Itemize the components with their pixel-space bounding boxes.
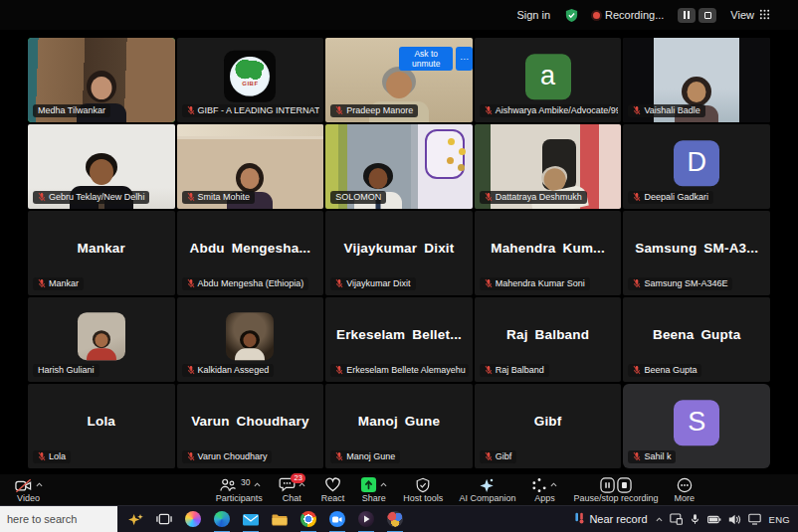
participant-tile[interactable]: Vaishali Badle: [623, 38, 770, 122]
participant-tile[interactable]: MankarMankar: [28, 211, 175, 295]
grid-view-icon: [759, 9, 770, 22]
taskbar-explorer-icon[interactable]: [271, 506, 289, 532]
participant-display-name: Raj Balband: [475, 297, 622, 372]
volume-icon[interactable]: [728, 514, 741, 525]
muted-mic-icon: [485, 451, 493, 461]
toolbar-share-button[interactable]: Share: [352, 474, 395, 505]
muted-mic-icon: [633, 451, 641, 461]
taskbar-media-icon[interactable]: [357, 506, 375, 532]
pause-stop-icon: [600, 477, 632, 493]
taskbar-mail-icon[interactable]: [242, 506, 260, 532]
participant-tile[interactable]: GIBFGIBF - A LEADING INTERNATIONAL B...: [177, 38, 324, 122]
stop-recording-button[interactable]: [698, 8, 716, 23]
taskbar-edge-icon[interactable]: [213, 506, 231, 532]
toolbar-item-label: Host tools: [403, 494, 443, 503]
muted-mic-icon: [335, 451, 343, 461]
language-indicator[interactable]: ENG: [769, 514, 791, 525]
apps-icon: [531, 477, 547, 493]
battery-icon[interactable]: [707, 514, 721, 525]
recording-indicator: Recording...: [593, 9, 664, 21]
participant-tile[interactable]: Raj BalbandRaj Balband: [475, 297, 622, 382]
security-shield-icon[interactable]: [564, 8, 579, 23]
participant-tile[interactable]: Mahendra Kum...Mahendra Kumar Soni: [475, 211, 622, 295]
participant-name-label: Dattatraya Deshmukh: [480, 191, 587, 204]
participant-tile[interactable]: SOLOMON: [325, 124, 473, 209]
muted-mic-icon: [485, 278, 493, 288]
participant-tile[interactable]: aAishwarya Ambike/Advocate/993073...: [475, 38, 622, 122]
toolbar-react-button[interactable]: React: [313, 474, 353, 505]
participant-tile[interactable]: Beena GuptaBeena Gupta: [623, 297, 770, 382]
taskbar-zoom-icon[interactable]: [328, 506, 346, 532]
participant-tile[interactable]: Ask to unmute⋯Pradeep Manore: [325, 38, 473, 122]
participant-tile[interactable]: Samsung SM-A3...Samsung SM-A346E: [623, 211, 770, 295]
participant-tile[interactable]: Varun ChoudharyVarun Choudhary: [177, 384, 324, 468]
participant-tile[interactable]: DDeepali Gadkari: [623, 124, 770, 209]
participant-tile[interactable]: Abdu Mengesha...Abdu Mengesha (Ethiopia): [177, 211, 324, 295]
participant-tile[interactable]: Kalkidan Asseged: [177, 297, 324, 382]
tray-mic-icon[interactable]: [690, 513, 700, 525]
ask-to-unmute-button[interactable]: Ask to unmute: [399, 47, 453, 71]
chevron-up-icon[interactable]: [380, 482, 387, 487]
toolbar-item-label: Pause/stop recording: [573, 494, 658, 503]
cast-icon[interactable]: [670, 513, 683, 525]
participant-tile[interactable]: Smita Mohite: [177, 124, 324, 209]
taskbar-search-input[interactable]: here to search: [0, 506, 117, 532]
muted-mic-icon: [633, 365, 641, 375]
muted-mic-icon: [485, 365, 493, 375]
toolbar-host-tools-button[interactable]: Host tools: [395, 474, 451, 505]
participant-name-label: Gibf: [480, 450, 517, 463]
chevron-up-icon[interactable]: [550, 482, 557, 487]
copilot-icon: [185, 511, 201, 527]
participant-tile[interactable]: GibfGibf: [475, 384, 622, 468]
toolbar-item-label: Share: [362, 494, 386, 503]
record-dot-icon: [593, 12, 600, 19]
taskbar-sparkle-icon[interactable]: [126, 506, 144, 532]
participant-tile[interactable]: Harish Guliani: [28, 297, 175, 382]
participant-display-name: Mankar: [28, 211, 175, 285]
toolbar-apps-button[interactable]: Apps: [523, 474, 565, 505]
muted-mic-icon: [633, 278, 641, 288]
muted-mic-icon: [187, 105, 195, 115]
participant-tile[interactable]: Erkeselam Bellet...Erkeselam Bellete Ale…: [325, 297, 473, 382]
windows-taskbar: here to search Near record ENG: [0, 505, 798, 532]
taskbar-chrome-icon[interactable]: [299, 506, 317, 532]
toolbar-participants-button[interactable]: 30Participants: [208, 474, 271, 505]
participants-icon: [218, 477, 238, 492]
more-icon: [677, 477, 693, 493]
participant-tile[interactable]: LolaLola: [28, 384, 175, 468]
thermometer-icon: [574, 512, 585, 524]
toolbar-recording-button[interactable]: Pause/stop recording: [565, 474, 666, 505]
participant-tile[interactable]: SSahil k: [623, 384, 770, 468]
sign-in-button[interactable]: Sign in: [516, 9, 550, 21]
taskbar-copilot-icon[interactable]: [184, 506, 202, 532]
participant-display-name: Samsung SM-A3...: [623, 211, 770, 285]
chevron-up-icon[interactable]: [656, 517, 663, 522]
pause-recording-button[interactable]: [678, 8, 696, 23]
taskbar-task-view-icon[interactable]: [155, 506, 173, 532]
monitor-icon[interactable]: [748, 513, 761, 525]
participant-tile[interactable]: Gebru Teklay/New Delhi: [28, 124, 175, 209]
participant-tile[interactable]: Vijaykumar DixitVijaykumar Dixit: [325, 211, 473, 295]
participant-tile[interactable]: Dattatraya Deshmukh: [475, 124, 622, 209]
weather-widget[interactable]: Near record: [574, 512, 647, 526]
muted-mic-icon: [335, 365, 343, 375]
tile-more-options-button[interactable]: ⋯: [456, 47, 473, 71]
participant-name-label: Smita Mohite: [182, 191, 256, 204]
taskbar-paint-app-icon[interactable]: [386, 506, 404, 532]
edge-icon: [214, 511, 230, 527]
meeting-titlebar: Sign in Recording... View: [0, 0, 798, 30]
participant-display-name: Beena Gupta: [623, 297, 770, 372]
toolbar-item-label: AI Companion: [459, 494, 515, 503]
toolbar-video-button[interactable]: Video: [6, 474, 51, 505]
participant-grid: Medha TilwankarGIBFGIBF - A LEADING INTE…: [28, 38, 770, 468]
meeting-toolbar: Video30Participants23ChatReactShareHost …: [0, 474, 798, 505]
participant-tile[interactable]: Manoj GuneManoj Gune: [325, 384, 473, 468]
toolbar-chat-button[interactable]: 23Chat: [271, 474, 313, 505]
toolbar-more-button[interactable]: More: [666, 474, 702, 505]
toolbar-ai-companion-button[interactable]: AI Companion: [451, 474, 523, 505]
participant-name-label: Varun Choudhary: [182, 450, 273, 463]
chevron-up-icon[interactable]: [254, 482, 261, 487]
participant-tile[interactable]: Medha Tilwankar: [28, 38, 175, 122]
view-button[interactable]: View: [730, 9, 770, 22]
chevron-up-icon[interactable]: [36, 482, 43, 487]
